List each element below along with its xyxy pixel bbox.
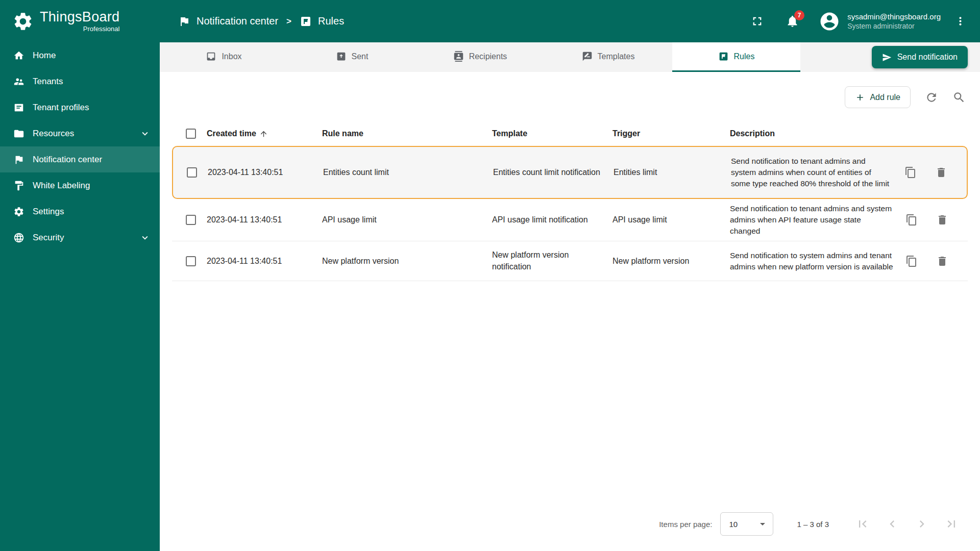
- delete-icon: [936, 214, 948, 226]
- tab-label: Inbox: [222, 52, 241, 61]
- refresh-icon: [925, 91, 938, 104]
- first-page-icon: [855, 517, 870, 531]
- refresh-button[interactable]: [925, 91, 938, 104]
- user-avatar-button[interactable]: [819, 11, 840, 32]
- table-row[interactable]: 2023-04-11 13:40:51 Entities count limit…: [172, 146, 968, 199]
- sidebar: ThingsBoard Professional Home Tenants Te…: [0, 0, 160, 551]
- kebab-icon: [954, 15, 967, 28]
- paginator-nav: [855, 517, 959, 531]
- tab-sent[interactable]: Sent: [288, 42, 416, 72]
- copy-rule-button[interactable]: [904, 212, 919, 228]
- row-checkbox[interactable]: [186, 256, 196, 266]
- thingsboard-logo[interactable]: ThingsBoard Professional: [0, 0, 160, 42]
- cell-template: Entities count limit notification: [493, 167, 614, 178]
- send-icon: [882, 53, 892, 62]
- tab-templates[interactable]: Templates: [544, 42, 672, 72]
- tab-label: Rules: [734, 52, 755, 61]
- column-header-description[interactable]: Description: [730, 129, 896, 138]
- fullscreen-button[interactable]: [750, 14, 764, 28]
- delete-icon: [935, 166, 947, 179]
- dropdown-arrow-icon: [756, 518, 769, 530]
- sidebar-item-security[interactable]: Security: [0, 224, 160, 251]
- cell-description: Send notification to tenant admins and s…: [730, 203, 896, 237]
- sidebar-item-tenants[interactable]: Tenants: [0, 68, 160, 94]
- sidebar-item-label: Security: [33, 233, 64, 243]
- tab-rules[interactable]: Rules: [672, 42, 800, 72]
- sort-ascending-icon: [259, 130, 268, 138]
- first-page-button[interactable]: [855, 517, 870, 531]
- logo-text: ThingsBoard Professional: [40, 10, 119, 33]
- sidebar-item-home[interactable]: Home: [0, 42, 160, 68]
- column-header-rule-name[interactable]: Rule name: [322, 129, 492, 138]
- sidebar-item-white-labeling[interactable]: White Labeling: [0, 172, 160, 198]
- rules-icon: [300, 15, 312, 28]
- top-bar-right: 7 sysadmin@thingsboard.org System admini…: [750, 11, 967, 32]
- sidebar-item-notification-center[interactable]: Notification center: [0, 146, 160, 172]
- search-icon: [952, 91, 966, 104]
- user-email: sysadmin@thingsboard.org: [847, 12, 941, 22]
- breadcrumb-notification-center[interactable]: Notification center: [178, 15, 278, 28]
- next-page-button[interactable]: [915, 517, 929, 531]
- sidebar-item-label: White Labeling: [33, 181, 90, 191]
- last-page-icon: [944, 517, 959, 531]
- add-rule-button[interactable]: Add rule: [845, 86, 911, 108]
- page-size-select[interactable]: 10: [720, 512, 773, 536]
- fullscreen-icon: [750, 14, 764, 28]
- sidebar-item-settings[interactable]: Settings: [0, 198, 160, 224]
- column-header-template[interactable]: Template: [492, 129, 612, 138]
- add-rule-label: Add rule: [870, 93, 900, 102]
- row-checkbox[interactable]: [186, 215, 196, 225]
- brand-name: ThingsBoard: [40, 10, 119, 24]
- table-toolbar: Add rule: [160, 72, 980, 114]
- chevron-left-icon: [885, 517, 899, 531]
- paginator: Items per page: 10 1 – 3 of 3: [160, 501, 980, 551]
- items-per-page-label: Items per page:: [659, 520, 712, 529]
- breadcrumb-separator: >: [286, 16, 291, 27]
- breadcrumb-rules[interactable]: Rules: [300, 15, 344, 28]
- delete-rule-button[interactable]: [935, 212, 950, 228]
- send-notification-button[interactable]: Send notification: [872, 46, 968, 68]
- tab-recipients[interactable]: Recipients: [416, 42, 544, 72]
- main-area: Notification center > Rules 7 sysadmin@t…: [160, 0, 980, 551]
- copy-icon: [905, 255, 918, 267]
- rules-icon: [718, 51, 729, 62]
- search-button[interactable]: [952, 91, 966, 104]
- select-all-checkbox[interactable]: [186, 129, 196, 139]
- previous-page-button[interactable]: [885, 517, 899, 531]
- notifications-bell-wrapper: 7: [786, 14, 799, 28]
- tab-label: Templates: [598, 52, 635, 61]
- delete-rule-button[interactable]: [934, 165, 949, 180]
- more-menu-button[interactable]: [954, 15, 967, 28]
- page-range-label: 1 – 3 of 3: [797, 520, 829, 529]
- notification-flag-icon: [13, 154, 24, 165]
- user-role: System administrator: [847, 21, 941, 31]
- sidebar-item-label: Tenants: [33, 77, 63, 87]
- row-checkbox[interactable]: [187, 167, 197, 178]
- column-header-trigger[interactable]: Trigger: [612, 129, 730, 138]
- cell-trigger: API usage limit: [612, 215, 730, 224]
- sidebar-item-resources[interactable]: Resources: [0, 120, 160, 146]
- tab-inbox[interactable]: Inbox: [160, 42, 288, 72]
- copy-rule-button[interactable]: [904, 254, 919, 269]
- table-row[interactable]: 2023-04-11 13:40:51 API usage limit API …: [172, 199, 968, 241]
- copy-rule-button[interactable]: [903, 165, 918, 180]
- inbox-icon: [206, 51, 216, 62]
- sidebar-item-label: Resources: [33, 129, 74, 139]
- delete-rule-button[interactable]: [935, 254, 950, 269]
- sidebar-item-label: Tenant profiles: [33, 103, 89, 113]
- sidebar-item-tenant-profiles[interactable]: Tenant profiles: [0, 94, 160, 120]
- last-page-button[interactable]: [944, 517, 959, 531]
- cell-created-time: 2023-04-11 13:40:51: [208, 168, 323, 177]
- user-info: sysadmin@thingsboard.org System administ…: [847, 12, 941, 31]
- home-icon: [13, 50, 24, 61]
- tab-label: Sent: [352, 52, 369, 61]
- people-icon: [13, 76, 24, 87]
- badge-icon: [13, 102, 24, 113]
- globe-icon: [13, 232, 24, 243]
- plus-icon: [855, 92, 865, 103]
- breadcrumb-label: Rules: [318, 15, 344, 27]
- column-header-created-time[interactable]: Created time: [207, 129, 322, 138]
- cell-trigger: New platform version: [612, 257, 730, 266]
- folder-icon: [13, 128, 24, 139]
- table-row[interactable]: 2023-04-11 13:40:51 New platform version…: [172, 241, 968, 281]
